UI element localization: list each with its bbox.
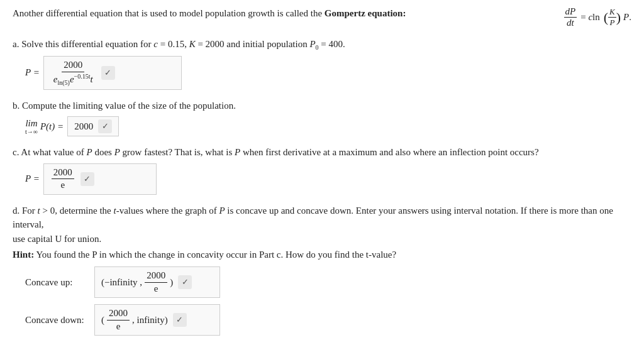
concave-down-label: Concave down: (25, 315, 94, 326)
part-b-answer: 2000 (74, 121, 93, 132)
part-d-label2: use capital U for union. (13, 234, 101, 244)
part-a-check-icon[interactable]: ✓ (101, 66, 115, 80)
part-b-answer-row: lim t→∞ P(t) = 2000 ✓ (25, 116, 631, 136)
eq-name: Gompertz equation: (325, 8, 406, 18)
p-equals-c: P = (25, 173, 40, 184)
header-text: Another differential equation that is us… (13, 6, 558, 21)
part-c-section: c. At what value of P does P grow fastes… (13, 145, 631, 195)
lim-func: P(t) = (40, 121, 64, 132)
part-a-num: 2000 (62, 59, 84, 72)
p-multiplier: P. (623, 12, 631, 23)
concave-up-open: (−infinity , (101, 277, 142, 288)
part-a-den: eln(5)e−0.15tt (52, 72, 95, 87)
concave-up-frac: 2000 e (145, 270, 167, 295)
concave-up-check-icon[interactable]: ✓ (178, 275, 192, 289)
concave-up-answer-box[interactable]: (−infinity , 2000 e ) ✓ (94, 266, 220, 298)
dp-dt-frac: dP dt (564, 6, 577, 28)
part-a-section: a. Solve this differential equation for … (13, 37, 631, 90)
part-c-answer-row: P = 2000 e ✓ (25, 163, 631, 195)
part-d-label: d. For t > 0, determine the t-values whe… (13, 204, 631, 246)
part-c-answer-box[interactable]: 2000 e ✓ (43, 163, 157, 195)
part-c-frac: 2000 e (52, 167, 74, 192)
part-a-frac: 2000 eln(5)e−0.15tt (52, 59, 95, 87)
concave-up-frac-num: 2000 (145, 270, 167, 283)
concave-up-row: Concave up: (−infinity , 2000 e ) ✓ (25, 266, 631, 298)
hint-section: Hint: You found the P in which the chang… (13, 250, 631, 260)
lim-expression: lim t→∞ P(t) = (25, 118, 64, 135)
header-section: Another differential equation that is us… (13, 6, 631, 28)
part-a-exp: −0.15t (74, 73, 91, 80)
concave-down-answer-box[interactable]: ( 2000 e , infinity) ✓ (94, 304, 220, 336)
p-equals-a: P = (25, 67, 40, 78)
part-c-label: c. At what value of P does P grow fastes… (13, 145, 631, 160)
intro-text: Another differential equation that is us… (13, 8, 322, 18)
part-c-check-icon[interactable]: ✓ (80, 172, 94, 186)
concave-down-row: Concave down: ( 2000 e , infinity) ✓ (25, 304, 631, 336)
lim-part: lim t→∞ (25, 118, 38, 135)
part-b-check-icon[interactable]: ✓ (98, 119, 112, 133)
right-paren: ) (616, 11, 621, 25)
lim-subscript: t→∞ (25, 129, 38, 135)
part-d-section: d. For t > 0, determine the t-values whe… (13, 204, 631, 336)
hint-text: You found the P in which the change in c… (36, 250, 396, 260)
part-c-den: e (58, 179, 67, 192)
k-over-p-frac: K P (608, 7, 616, 28)
concave-up-label: Concave up: (25, 277, 94, 288)
concave-up-close: ) (170, 277, 173, 288)
concave-down-close: , infinity) (132, 315, 168, 326)
part-c-num: 2000 (52, 167, 74, 180)
concave-down-check-icon[interactable]: ✓ (173, 313, 187, 327)
part-b-answer-box[interactable]: 2000 ✓ (67, 116, 119, 136)
gompertz-equation: dP dt = cln ( K P ) P. (564, 6, 631, 28)
part-a-answer-row: P = 2000 eln(5)e−0.15tt ✓ (25, 56, 631, 90)
left-paren: ( (604, 11, 608, 25)
concave-down-frac-num: 2000 (107, 307, 130, 321)
part-b-section: b. Compute the limiting value of the siz… (13, 99, 631, 137)
concave-down-frac-den: e (114, 321, 123, 333)
concave-up-frac-den: e (152, 283, 160, 295)
concave-down-open: ( (101, 315, 104, 326)
part-a-label: a. Solve this differential equation for … (13, 37, 631, 52)
hint-bold: Hint: (13, 250, 34, 260)
part-b-label: b. Compute the limiting value of the siz… (13, 99, 631, 113)
part-a-answer-box[interactable]: 2000 eln(5)e−0.15tt ✓ (43, 56, 182, 90)
concave-down-frac: 2000 e (107, 307, 130, 332)
equals-sign: = cln (580, 12, 600, 23)
